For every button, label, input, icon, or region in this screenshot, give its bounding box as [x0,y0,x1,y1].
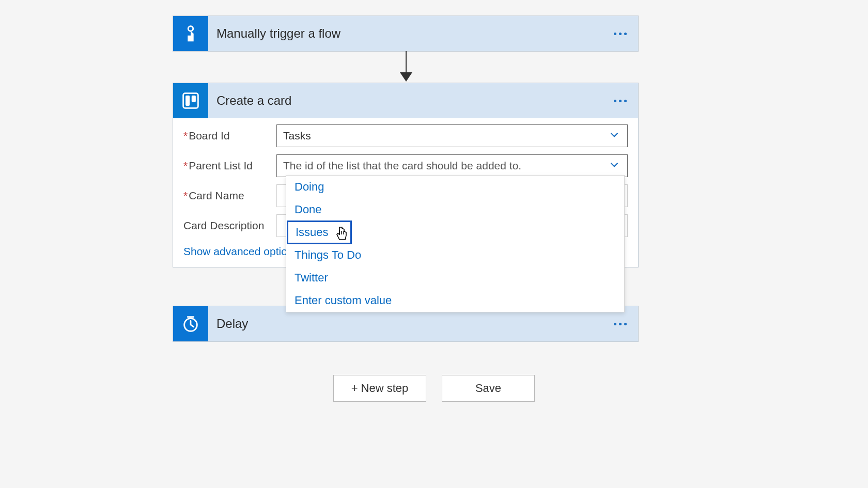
dropdown-option-enter-custom-value[interactable]: Enter custom value [286,289,624,312]
board-id-select[interactable]: Tasks [276,124,628,147]
svg-point-0 [188,26,193,32]
svg-rect-2 [185,96,190,106]
trigger-title: Manually trigger a flow [208,26,614,41]
dropdown-option-done[interactable]: Done [286,198,624,221]
trigger-header[interactable]: Manually trigger a flow [173,16,638,51]
flow-canvas: Manually trigger a flow Create a card [0,0,868,488]
svg-rect-1 [183,93,198,108]
save-button[interactable]: Save [442,375,535,402]
trigger-card[interactable]: Manually trigger a flow [173,15,639,52]
action-button-row: + New step Save [0,375,868,402]
new-step-button[interactable]: + New step [333,375,426,402]
connector-arrow [406,51,407,74]
card-description-label: Card Description [183,219,276,232]
create-card-title: Create a card [208,93,614,108]
field-parent-list-id: *Parent List Id The id of the list that … [183,154,628,177]
parent-list-id-select[interactable]: The id of the list that the card should … [276,154,628,177]
create-card-header[interactable]: Create a card [173,83,638,118]
delay-title: Delay [208,317,614,331]
chevron-down-icon [608,158,621,174]
chevron-down-icon [608,128,621,144]
dropdown-option-twitter[interactable]: Twitter [286,266,624,289]
arrow-head-icon [400,72,412,82]
delay-menu-button[interactable] [614,323,638,325]
card-name-label: *Card Name [183,190,276,202]
parent-list-id-label: *Parent List Id [183,160,276,172]
parent-list-id-placeholder: The id of the list that the card should … [283,160,521,172]
parent-list-dropdown[interactable]: Doing Done Issues Things To Do Twitter E… [286,175,625,312]
delay-icon [173,306,208,341]
trello-icon [173,83,208,118]
create-card-menu-button[interactable] [614,100,638,102]
field-board-id: *Board Id Tasks [183,124,628,147]
svg-rect-3 [192,96,196,102]
board-id-label: *Board Id [183,130,276,142]
trigger-icon [173,16,208,51]
board-id-value: Tasks [283,130,311,142]
cursor-pointer-icon [335,226,349,244]
dropdown-option-things-to-do[interactable]: Things To Do [286,244,624,266]
trigger-menu-button[interactable] [614,33,638,35]
dropdown-option-doing[interactable]: Doing [286,176,624,198]
